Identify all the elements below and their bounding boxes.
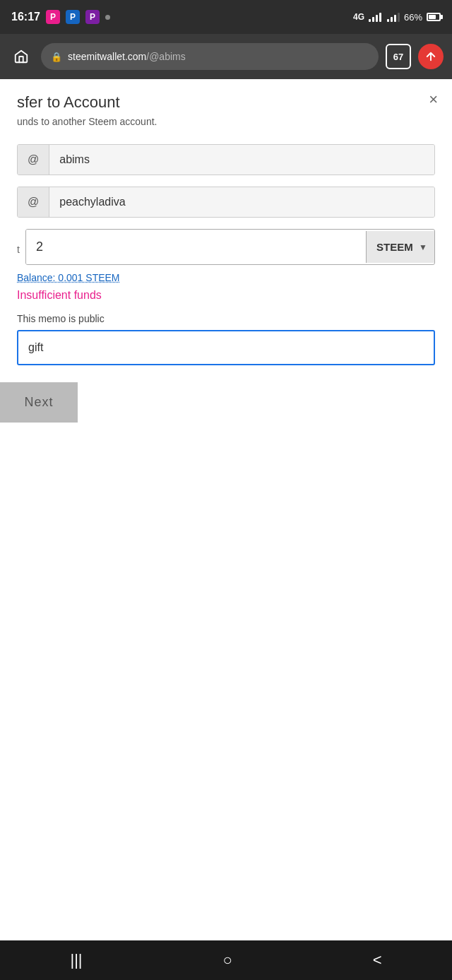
home-nav-button[interactable]: ○ (208, 945, 246, 975)
status-time: 16:17 (11, 11, 40, 23)
currency-select[interactable]: STEEMSBD (366, 231, 434, 263)
balance-text: Balance: 0.001 STEEM (17, 272, 435, 283)
bottom-nav: ||| ○ < (0, 940, 452, 980)
amount-row: STEEMSBD ▼ (25, 229, 435, 265)
bar-4 (379, 13, 381, 22)
to-account-input[interactable] (49, 187, 434, 217)
recents-button[interactable]: ||| (56, 945, 96, 975)
battery-icon (427, 13, 441, 21)
tab-count-button[interactable]: 67 (386, 44, 411, 69)
bar-3 (376, 15, 378, 22)
bar2-3 (394, 15, 396, 22)
lock-icon: 🔒 (51, 52, 62, 62)
at-prefix-to: @ (18, 187, 49, 217)
from-account-input[interactable] (49, 145, 434, 175)
address-text: steemitwallet.com/@abims (68, 51, 186, 62)
status-right: 4G 66% (353, 12, 441, 23)
next-button-wrapper: Next (0, 382, 435, 423)
home-button[interactable] (8, 44, 34, 69)
bar-1 (369, 19, 371, 22)
bar2-2 (391, 17, 393, 22)
next-button[interactable]: Next (0, 382, 78, 423)
currency-wrapper: STEEMSBD ▼ (366, 230, 434, 264)
to-account-input-wrapper: @ (17, 187, 435, 218)
close-button[interactable]: × (429, 90, 438, 109)
back-button[interactable]: < (359, 945, 396, 975)
from-account-input-wrapper: @ (17, 144, 435, 175)
amount-label-row: t STEEMSBD ▼ (17, 229, 435, 269)
p-icon-3: P (85, 10, 100, 24)
amount-input[interactable] (26, 230, 366, 264)
bar-2 (372, 17, 374, 22)
at-prefix-from: @ (18, 145, 49, 175)
memo-label: This memo is public (17, 313, 435, 324)
notification-dot (105, 15, 110, 20)
bar2-4 (398, 13, 400, 22)
page-content: × sfer to Account unds to another Steem … (0, 79, 452, 423)
from-account-group: @ (17, 144, 435, 175)
status-bar: 16:17 P P P 4G 66% (0, 0, 452, 34)
memo-input[interactable] (17, 330, 435, 365)
status-left: 16:17 P P P (11, 10, 110, 24)
address-bar[interactable]: 🔒 steemitwallet.com/@abims (41, 43, 379, 70)
to-account-group: @ (17, 187, 435, 218)
battery-percent: 66% (404, 12, 422, 23)
dialog-title: sfer to Account (17, 93, 435, 112)
battery-fill (429, 15, 436, 19)
p-icon-1: P (46, 10, 60, 24)
memo-group: This memo is public (17, 313, 435, 365)
insufficient-funds-message: Insufficient funds (17, 289, 435, 302)
p-icon-2: P (66, 10, 80, 24)
bar2-1 (387, 19, 389, 22)
upload-button[interactable] (418, 44, 444, 69)
browser-bar: 🔒 steemitwallet.com/@abims 67 (0, 34, 452, 79)
network-type: 4G (353, 12, 364, 22)
amount-label: t (17, 244, 20, 255)
signal-bars (369, 12, 381, 22)
signal-bars-2 (387, 12, 400, 22)
dialog-subtitle: unds to another Steem account. (17, 116, 435, 127)
